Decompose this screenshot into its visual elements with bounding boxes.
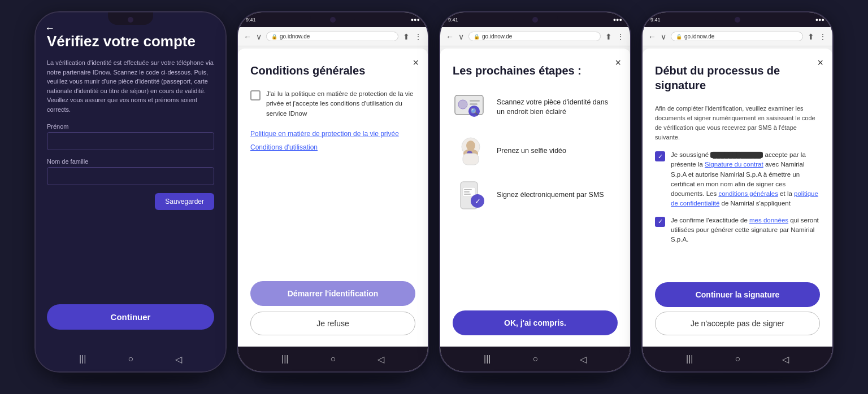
browser-chevron-icon-3[interactable]: ∨ xyxy=(458,32,464,41)
phone-1: ← Vérifiez votre compte La vérification … xyxy=(34,11,227,373)
continue-button-1[interactable]: Continuer xyxy=(47,304,214,330)
svg-rect-10 xyxy=(463,154,479,165)
svg-rect-15 xyxy=(464,194,471,195)
step-2: Prenez un selfie vidéo xyxy=(453,133,618,169)
menu-icon-2[interactable]: ⋮ xyxy=(414,32,422,41)
nav-home-icon-3[interactable]: ○ xyxy=(532,354,538,364)
nom-label: Nom de famille xyxy=(47,158,214,165)
lock-icon-2: 🔒 xyxy=(271,34,277,40)
step-1-icon-wrap: 🔍 xyxy=(453,89,489,125)
nav-home-icon-2[interactable]: ○ xyxy=(330,354,336,364)
page-description-1: La vérification d'identité est effectuée… xyxy=(47,58,214,114)
user-name-redacted: ████████████ xyxy=(710,152,763,158)
svg-text:✓: ✓ xyxy=(475,197,481,205)
modal-close-3[interactable]: × xyxy=(615,58,621,68)
share-icon-2[interactable]: ⬆ xyxy=(403,32,410,41)
nom-input[interactable] xyxy=(47,167,214,185)
refuse-button[interactable]: Je refuse xyxy=(250,312,415,335)
svg-rect-14 xyxy=(464,191,470,192)
consent-1-text: Je soussigné ████████████ accepte par la… xyxy=(671,150,820,209)
id-card-icon: 🔍 xyxy=(453,92,489,122)
browser-chevron-icon-2[interactable]: ∨ xyxy=(256,32,262,41)
save-button[interactable]: Sauvegarder xyxy=(155,193,214,210)
nav-apps-icon-2[interactable]: ||| xyxy=(281,354,288,364)
consent-2-row: ✓ Je confirme l'exactitude de mes donnée… xyxy=(655,216,820,245)
sms-sign-icon: ✓ xyxy=(453,180,489,211)
browser-back-icon-4[interactable]: ← xyxy=(648,32,656,41)
page-title-1: Vérifiez votre compte xyxy=(47,33,214,50)
my-data-link[interactable]: mes données xyxy=(749,217,788,224)
share-icon-4[interactable]: ⬆ xyxy=(808,32,814,41)
nav-apps-icon-3[interactable]: ||| xyxy=(484,354,491,364)
steps-list: 🔍 Scannez votre pièce d'identité dans un… xyxy=(453,89,618,299)
general-conditions-link[interactable]: conditions générales xyxy=(718,190,778,197)
decline-signature-button[interactable]: Je n'accepte pas de signer xyxy=(655,312,820,335)
modal-title-3: Les prochaines étapes : xyxy=(453,63,618,78)
nav-home-icon[interactable]: ○ xyxy=(128,354,133,364)
nav-back-icon-2[interactable]: ◁ xyxy=(377,354,384,365)
nav-back-icon-3[interactable]: ◁ xyxy=(580,354,587,365)
browser-url-3[interactable]: 🔒 go.idnow.de xyxy=(468,32,601,41)
step-1: 🔍 Scannez votre pièce d'identité dans un… xyxy=(453,89,618,125)
terms-checkbox-text: J'ai lu la politique en matière de prote… xyxy=(266,89,415,119)
terms-link[interactable]: Conditions d'utilisation xyxy=(250,143,415,151)
consent-1-row: ✓ Je soussigné ████████████ accepte par … xyxy=(655,150,820,209)
ok-button[interactable]: OK, j'ai compris. xyxy=(453,310,618,335)
menu-icon-4[interactable]: ⋮ xyxy=(819,32,827,41)
svg-rect-3 xyxy=(470,103,478,105)
nav-back-icon[interactable]: ◁ xyxy=(175,354,182,365)
consent-2-text: Je confirme l'exactitude de mes données … xyxy=(671,216,820,245)
phone-4: 9:41 ●●● ← ∨ 🔒 go.idnow.de ⬆ ⋮ × D xyxy=(641,11,834,373)
terms-checkbox-row: J'ai lu la politique en matière de prote… xyxy=(250,89,415,119)
consent-1-checkbox[interactable]: ✓ xyxy=(655,151,665,161)
prenom-label: Prénom xyxy=(47,123,214,130)
phone-2: 9:41 ●●● ← ∨ 🔒 go.idnow.de ⬆ ⋮ × C xyxy=(237,11,429,373)
browser-back-icon-3[interactable]: ← xyxy=(446,32,454,41)
step-3-icon-wrap: ✓ xyxy=(453,177,489,213)
browser-bar-2: ← ∨ 🔒 go.idnow.de ⬆ ⋮ xyxy=(238,27,428,46)
signature-contract-link[interactable]: Signature du contrat xyxy=(705,161,763,168)
browser-back-icon-2[interactable]: ← xyxy=(244,32,251,41)
nav-apps-icon-4[interactable]: ||| xyxy=(686,354,693,364)
step-3: ✓ Signez électroniquement par SMS xyxy=(453,177,618,213)
modal-close-4[interactable]: × xyxy=(817,58,823,68)
browser-url-4[interactable]: 🔒 go.idnow.de xyxy=(671,32,803,41)
modal-close-2[interactable]: × xyxy=(413,58,419,68)
svg-rect-13 xyxy=(464,189,472,190)
share-icon-3[interactable]: ⬆ xyxy=(605,32,612,41)
phone-3: 9:41 ●●● ← ∨ 🔒 go.idnow.de ⬆ ⋮ × L xyxy=(439,11,631,373)
step-1-text: Scannez votre pièce d'identité dans un e… xyxy=(497,98,618,117)
browser-chevron-icon-4[interactable]: ∨ xyxy=(661,32,666,41)
lock-icon-3: 🔒 xyxy=(474,34,480,40)
lock-icon-4: 🔒 xyxy=(676,34,682,40)
terms-checkbox[interactable] xyxy=(250,90,261,100)
step-3-text: Signez électroniquement par SMS xyxy=(497,190,604,200)
browser-bar-3: ← ∨ 🔒 go.idnow.de ⬆ ⋮ xyxy=(440,27,630,46)
selfie-icon xyxy=(453,134,489,168)
prenom-input[interactable] xyxy=(47,132,214,150)
browser-url-2[interactable]: 🔒 go.idnow.de xyxy=(266,32,398,41)
svg-text:🔍: 🔍 xyxy=(470,107,479,116)
start-identification-button[interactable]: Démarrer l'identification xyxy=(250,281,415,306)
signature-description: Afin de compléter l'identification, veui… xyxy=(655,104,820,142)
consent-2-checkbox[interactable]: ✓ xyxy=(655,217,665,227)
continue-signature-button[interactable]: Continuer la signature xyxy=(655,282,820,307)
nav-back-icon-4[interactable]: ◁ xyxy=(782,354,789,365)
modal-title-4: Début du processus de signature xyxy=(655,63,820,93)
svg-point-1 xyxy=(458,100,467,109)
browser-bar-4: ← ∨ 🔒 go.idnow.de ⬆ ⋮ xyxy=(643,27,832,46)
step-2-icon-wrap xyxy=(453,133,489,169)
menu-icon-3[interactable]: ⋮ xyxy=(617,32,624,41)
modal-title-2: Conditions générales xyxy=(250,63,415,78)
nav-apps-icon[interactable]: ||| xyxy=(79,354,86,364)
step-2-text: Prenez un selfie vidéo xyxy=(497,146,566,156)
privacy-link[interactable]: Politique en matière de protection de la… xyxy=(250,130,415,138)
nav-home-icon-4[interactable]: ○ xyxy=(735,354,740,364)
svg-rect-2 xyxy=(470,100,480,102)
